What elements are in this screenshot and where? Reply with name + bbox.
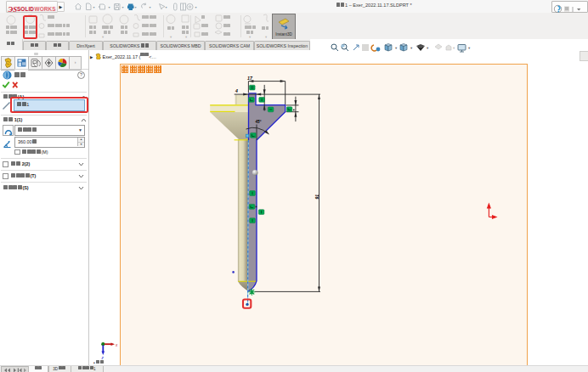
svg-text:▾: ▾ (135, 5, 137, 9)
svg-text:4: 4 (235, 87, 238, 93)
svg-text:▾: ▾ (166, 5, 167, 9)
svg-text:17: 17 (247, 75, 253, 80)
svg-text:▾: ▾ (109, 5, 110, 9)
svg-text:▾: ▾ (195, 5, 197, 9)
svg-text:91: 91 (314, 194, 319, 199)
svg-text:Instant3D: Instant3D (275, 32, 292, 37)
svg-text:▾: ▾ (185, 35, 188, 39)
svg-text:▾: ▾ (122, 5, 124, 9)
svg-text:▾: ▾ (150, 5, 151, 9)
svg-text:▾: ▾ (93, 5, 95, 9)
svg-text:SOLID: SOLID (17, 6, 34, 12)
svg-text:▾: ▾ (249, 35, 252, 39)
svg-text:WORKS: WORKS (35, 6, 57, 12)
svg-text:▾: ▾ (102, 35, 105, 39)
svg-text:45°: 45° (255, 120, 262, 124)
svg-text:x: x (115, 342, 118, 347)
